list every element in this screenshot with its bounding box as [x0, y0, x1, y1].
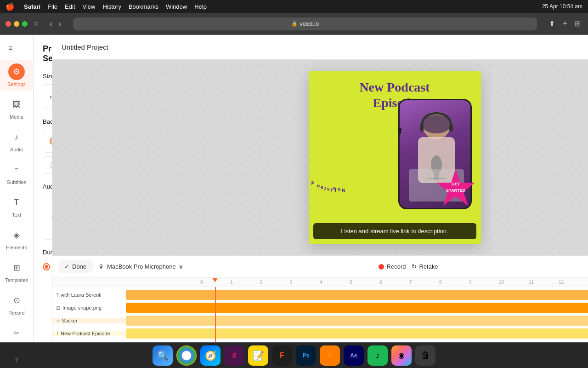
menubar-right: 25 Apr 10:54 am: [542, 3, 582, 10]
track-image-icon: 🖼: [56, 305, 61, 310]
mic-icon: 🎙: [98, 263, 104, 270]
dock-figma[interactable]: F: [272, 345, 292, 366]
record-button[interactable]: Record: [379, 263, 406, 270]
dock-trash[interactable]: 🗑: [415, 345, 435, 366]
track-label-2: 🖼 Image shape.png: [52, 305, 126, 310]
menu-help[interactable]: Help: [194, 3, 207, 10]
dock-ps[interactable]: Ps: [296, 345, 316, 366]
image-bg-option[interactable]: Image Upload ↑: [43, 156, 52, 174]
dock-finder[interactable]: 🔍: [153, 345, 173, 366]
sidebar-item-help[interactable]: ?: [0, 348, 33, 368]
track-name-2: Image shape.png: [62, 305, 102, 310]
app-layout: ≡ ⚙ Settings 🖼 Media ♪ Audio ≡ Subtitles…: [0, 35, 588, 342]
menu-view[interactable]: View: [83, 3, 96, 10]
sidebar-item-scissors[interactable]: ✂: [0, 321, 33, 346]
dock-notes[interactable]: 📝: [248, 345, 268, 366]
track-row: ☆ Sticker: [52, 315, 588, 327]
menu-file[interactable]: File: [48, 3, 57, 10]
media-label: Media: [10, 114, 23, 120]
canvas-viewport[interactable]: New PodcastEpisode Listen & Stream Now: [52, 60, 588, 255]
clean-audio-card[interactable]: ✦ Clean Audio Remove background noise: [43, 195, 52, 240]
dock-ai[interactable]: Ai: [320, 345, 340, 366]
subtitles-icon: ≡: [8, 161, 25, 178]
sidebar-item-audio[interactable]: ♪ Audio: [0, 125, 33, 156]
browser-actions: ⬆ + ⊞: [547, 18, 582, 29]
dock-slack[interactable]: #: [224, 345, 244, 366]
track-bar-1[interactable]: [126, 290, 588, 300]
dock-spotify[interactable]: ♪: [368, 345, 388, 366]
hamburger-menu[interactable]: ≡: [5, 40, 16, 56]
sidebar-item-text[interactable]: T Text: [0, 190, 33, 221]
ruler-7: 7: [408, 280, 438, 285]
spotify-icon: ♪: [375, 350, 380, 361]
svg-rect-6: [449, 124, 453, 132]
menu-window[interactable]: Window: [166, 3, 187, 10]
auto-radio[interactable]: [43, 263, 50, 270]
track-bar-4[interactable]: [126, 328, 588, 339]
close-button[interactable]: [6, 21, 11, 27]
dock-chrome[interactable]: C: [176, 345, 197, 366]
share-button[interactable]: ⬆: [547, 18, 557, 29]
timeline-controls: ✓ Done 🎙 MacBook Pro Microphone ∨ Record…: [52, 256, 588, 278]
scissors-icon: ✂: [8, 325, 25, 341]
top-bar: Untitled Project ↩ ↪ Invite 👤 Done ∨: [52, 35, 588, 60]
sidebar-icons: ≡ ⚙ Settings 🖼 Media ♪ Audio ≡ Subtitles…: [0, 35, 34, 342]
menu-history[interactable]: History: [102, 3, 121, 10]
ruler-8: 8: [438, 280, 468, 285]
ruler-10: 10: [498, 280, 528, 285]
track-bar-2[interactable]: [126, 303, 588, 313]
forward-button[interactable]: ›: [57, 19, 63, 29]
traffic-lights: [6, 21, 28, 27]
extensions-button[interactable]: ⊞: [573, 18, 582, 29]
dock-photos[interactable]: ◉: [391, 345, 412, 366]
dock: 🔍 C 🧭 # 📝 F Ps Ai Ae ♪ ◉ 🗑: [0, 342, 588, 368]
microphone-selector[interactable]: 🎙 MacBook Pro Microphone ∨: [98, 263, 183, 270]
photos-icon: ◉: [398, 351, 405, 360]
playhead-arrow: [212, 278, 218, 282]
color-bg-option[interactable]: Color #000000 ↻: [43, 130, 52, 153]
menu-bookmarks[interactable]: Bookmarks: [129, 3, 158, 10]
media-icon: 🖼: [8, 96, 25, 113]
menu-edit[interactable]: Edit: [65, 3, 75, 10]
apple-menu[interactable]: 🍎: [6, 2, 15, 11]
timeline-done-button[interactable]: ✓ Done: [58, 260, 93, 273]
minimize-button[interactable]: [14, 21, 19, 27]
poster-caption: Listen and stream live link in descripti…: [313, 223, 476, 239]
chrome-icon: C: [185, 353, 188, 358]
sidebar-item-elements[interactable]: ◈ Elements: [0, 223, 33, 254]
size-dropdown[interactable]: ▭ Portrait (4:5) ∨: [43, 84, 52, 109]
sidebar-toggle-button[interactable]: ≡: [32, 18, 40, 29]
sidebar-item-subtitles[interactable]: ≡ Subtitles: [0, 158, 33, 189]
ruler-6: 6: [379, 280, 408, 285]
svg-marker-11: [436, 169, 475, 206]
retake-button[interactable]: ↻ Retake: [412, 263, 438, 270]
sidebar-item-templates[interactable]: ⊞ Templates: [0, 256, 33, 287]
track-name-3: Sticker: [62, 318, 78, 323]
back-button[interactable]: ‹: [48, 19, 54, 29]
sidebar-item-record[interactable]: ⊙ Record: [0, 288, 33, 319]
sidebar-item-media[interactable]: 🖼 Media: [0, 92, 33, 123]
slack-icon: #: [232, 351, 237, 360]
settings-label: Settings: [7, 81, 26, 87]
dock-safari[interactable]: 🧭: [200, 345, 220, 366]
lock-icon: 🔒: [291, 21, 298, 27]
poster-canvas[interactable]: New PodcastEpisode Listen & Stream Now: [309, 71, 481, 244]
figma-icon: F: [280, 351, 284, 360]
fullscreen-button[interactable]: [22, 21, 28, 27]
sidebar-item-settings[interactable]: ⚙ Settings: [0, 60, 33, 91]
address-bar[interactable]: 🔒 veed.io: [73, 17, 537, 30]
subtitles-label: Subtitles: [7, 179, 26, 185]
project-title[interactable]: Untitled Project: [62, 43, 588, 51]
app-name[interactable]: Safari: [24, 3, 40, 10]
track-label-4: T New Podcast Episode: [52, 331, 126, 336]
ruler-1: 1: [229, 280, 259, 285]
ruler-2: 2: [259, 280, 289, 285]
track-bar-3[interactable]: [126, 316, 588, 326]
track-name-4: New Podcast Episode: [61, 331, 110, 336]
templates-icon: ⊞: [8, 259, 25, 276]
dock-ae[interactable]: Ae: [344, 345, 364, 366]
playhead-marker: [212, 278, 218, 282]
track-text2-icon: T: [56, 331, 59, 336]
new-tab-button[interactable]: +: [560, 18, 569, 29]
help-icon: ?: [8, 352, 25, 368]
